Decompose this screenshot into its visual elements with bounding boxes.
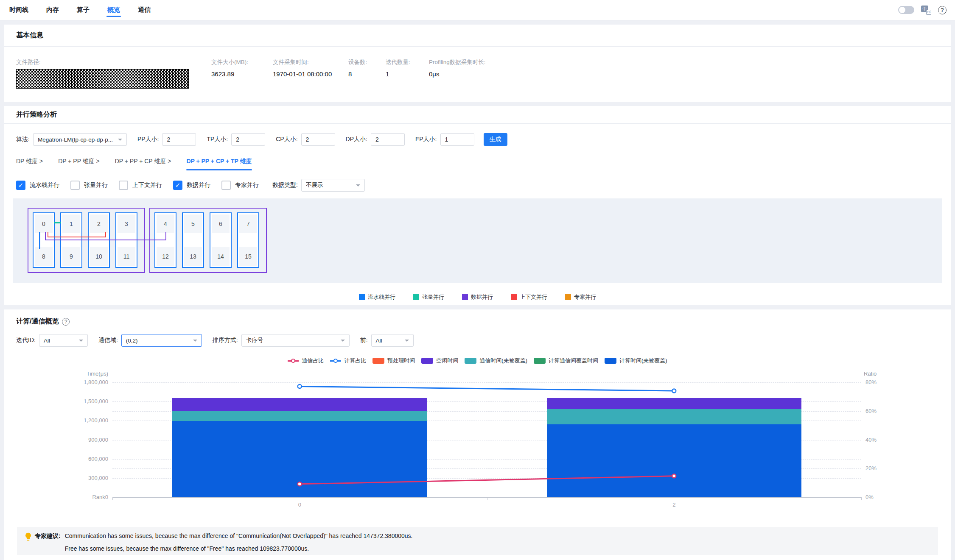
legend-label: 空闲时间 — [436, 357, 458, 365]
size-input-5[interactable] — [440, 133, 474, 146]
parallel-strategy-title: 并行策略分析 — [16, 110, 57, 119]
data-type-label: 数据类型: — [272, 181, 298, 189]
legend-label: 上下文并行 — [520, 293, 547, 301]
filter-select-value: 卡序号 — [246, 337, 263, 344]
device-cell-7: 7 — [239, 215, 257, 233]
legend-line-marker — [330, 359, 341, 363]
chart-legend-item-2[interactable]: 计算占比 — [330, 357, 366, 365]
device-box-6: 614 — [210, 212, 232, 268]
right-axis-tick: 40% — [865, 437, 877, 443]
device-cell-8: 8 — [35, 247, 53, 266]
dimension-tab-2[interactable]: DP + PP 维度 > — [58, 158, 100, 170]
checkbox-label: 张量并行 — [84, 181, 108, 189]
parallel-checkbox-2[interactable]: 张量并行 — [70, 181, 108, 190]
nav-tab-3[interactable]: 算子 — [77, 0, 90, 20]
chart-legend-item-5[interactable]: 通信时间(未被覆盖) — [465, 357, 527, 365]
algorithm-select[interactable]: Megatron-LM(tp-cp-ep-dp-p... — [33, 133, 127, 146]
legend-swatch — [462, 294, 468, 300]
dimension-tabs: DP 维度 >DP + PP 维度 >DP + PP + CP 维度 >DP +… — [16, 158, 252, 170]
size-input-1[interactable] — [162, 133, 196, 146]
nav-tab-2[interactable]: 内存 — [46, 0, 59, 20]
basic-info-header: 基本信息 — [4, 25, 951, 47]
chart-legend-item-7[interactable]: 计算时间(未被覆盖) — [605, 357, 667, 365]
device-cell-0: 0 — [35, 215, 53, 233]
generate-button[interactable]: 生成 — [484, 133, 507, 146]
chart-legend-item-3[interactable]: 预处理时间 — [372, 357, 415, 365]
basic-info-title: 基本信息 — [16, 31, 43, 40]
dimension-tab-4[interactable]: DP + PP + CP + TP 维度 — [186, 158, 252, 170]
size-label-3: CP大小: — [276, 136, 297, 143]
right-axis-title: Ratio — [864, 371, 877, 377]
basic-info-card: 基本信息 文件路径:文件大小(MB):3623.89文件采集时间:1970-01… — [4, 25, 951, 102]
parallel-legend-item-2: 张量并行 — [413, 293, 444, 301]
filter-select-1[interactable]: All — [39, 334, 88, 347]
parallel-legend-item-3: 数据并行 — [462, 293, 493, 301]
legend-swatch — [421, 358, 433, 364]
legend-label: 通信时间(未被覆盖) — [479, 357, 527, 365]
chevron-down-icon — [356, 184, 360, 187]
size-input-3[interactable] — [301, 133, 335, 146]
language-switch-icon[interactable]: 中 En — [921, 6, 931, 15]
size-input-2[interactable] — [231, 133, 265, 146]
algorithm-row: 算法: Megatron-LM(tp-cp-ep-dp-p... PP大小:TP… — [16, 133, 507, 146]
dimension-tab-3[interactable]: DP + PP + CP 维度 > — [115, 158, 171, 170]
device-cell-3: 3 — [118, 215, 135, 233]
nav-tabs: 时间线内存算子概览通信 — [7, 0, 151, 20]
parallel-legend-item-5: 专家并行 — [565, 293, 596, 301]
size-input-4[interactable] — [371, 133, 405, 146]
device-cell-15: 15 — [239, 247, 257, 266]
filter-select-3[interactable]: 卡序号 — [241, 334, 350, 347]
expert-advice-lines: Communication has some issues, because t… — [65, 532, 413, 550]
legend-label: 张量并行 — [422, 293, 444, 301]
basic-field-label: 设备数: — [348, 59, 386, 66]
parallel-checkbox-5[interactable]: 专家并行 — [221, 181, 259, 190]
basic-field-value: 0μs — [429, 70, 522, 78]
nav-tab-5[interactable]: 通信 — [138, 0, 151, 20]
compute-ratio-line — [300, 386, 674, 391]
checkbox-label: 专家并行 — [235, 181, 259, 189]
theme-toggle[interactable] — [898, 6, 914, 14]
parallel-legend-item-4: 上下文并行 — [511, 293, 547, 301]
basic-field-value: 3623.89 — [211, 70, 273, 78]
language-en-glyph: En — [926, 10, 931, 15]
nav-tab-1[interactable]: 时间线 — [9, 0, 28, 20]
basic-field-value: 8 — [348, 70, 386, 78]
parallel-checkbox-4[interactable]: ✓数据并行 — [173, 181, 210, 190]
device-cell-5: 5 — [184, 215, 202, 233]
expert-advice-title: 专家建议: — [35, 532, 61, 550]
data-type-select[interactable]: 不展示 — [301, 179, 365, 192]
expert-advice-line-2: Free has some issues, because the max di… — [65, 545, 413, 552]
right-axis-tick: 20% — [865, 465, 877, 471]
left-axis-title: Time(μs) — [66, 371, 108, 377]
legend-swatch — [372, 358, 384, 364]
checkbox-unchecked-icon — [221, 181, 231, 190]
nav-tab-4[interactable]: 概览 — [107, 0, 120, 20]
dimension-tab-1[interactable]: DP 维度 > — [16, 158, 43, 170]
parallel-checkbox-row: ✓流水线并行张量并行上下文并行✓数据并行专家并行数据类型:不展示 — [16, 179, 365, 192]
data-point-marker — [672, 474, 676, 478]
basic-field-value: 1970-01-01 08:00:00 — [273, 70, 348, 78]
basic-info-fields: 文件路径:文件大小(MB):3623.89文件采集时间:1970-01-01 0… — [4, 47, 951, 89]
filter-select-2[interactable]: (0,2) — [121, 334, 202, 347]
chevron-down-icon — [405, 340, 409, 342]
parallel-checkbox-3[interactable]: 上下文并行 — [119, 181, 162, 190]
device-cell-2: 2 — [90, 215, 108, 233]
parallel-checkbox-1[interactable]: ✓流水线并行 — [16, 181, 59, 190]
basic-field-5: 迭代数量:1 — [386, 59, 429, 89]
legend-label: 数据并行 — [471, 293, 493, 301]
device-cell-4: 4 — [157, 215, 174, 233]
filter-select-4[interactable]: All — [371, 334, 414, 347]
left-axis-tick: 1,200,000 — [57, 417, 108, 423]
data-point-marker — [672, 389, 676, 393]
help-icon[interactable]: ? — [938, 6, 947, 14]
chart-legend-item-1[interactable]: 通信占比 — [288, 357, 324, 365]
x-axis-category-label: 0 — [298, 501, 301, 508]
overview-help-icon[interactable]: ? — [62, 318, 70, 326]
checkbox-label: 数据并行 — [187, 181, 210, 189]
checkbox-unchecked-icon — [119, 181, 128, 190]
chart-legend-item-4[interactable]: 空闲时间 — [421, 357, 458, 365]
chart-legend-item-6[interactable]: 计算通信间覆盖时间 — [534, 357, 598, 365]
filter-label-3: 排序方式: — [213, 337, 238, 344]
device-box-5: 513 — [182, 212, 204, 268]
basic-field-value: 1 — [386, 70, 429, 78]
